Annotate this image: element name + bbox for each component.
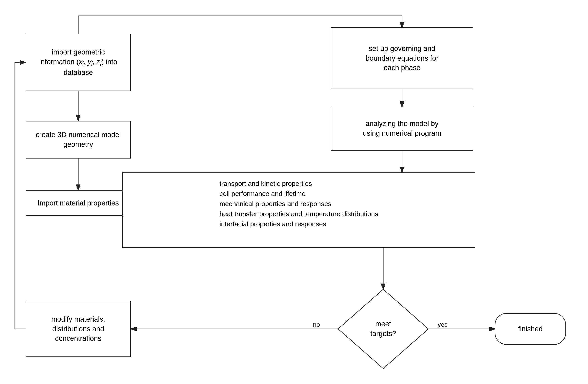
transport-box: transport and kinetic properties cell pe… bbox=[122, 172, 475, 248]
create-3d-box: create 3D numerical model geometry bbox=[26, 121, 131, 158]
import-geo-box: import geometricinformation (xi, yi, zi)… bbox=[26, 34, 131, 91]
no-label: no bbox=[313, 321, 320, 328]
import-material-box: Import material properties bbox=[26, 190, 131, 216]
create-3d-label: create 3D numerical model geometry bbox=[31, 130, 125, 149]
transport-label: transport and kinetic properties cell pe… bbox=[219, 178, 378, 229]
modify-label: modify materials,distributions andconcen… bbox=[51, 315, 105, 343]
yes-label: yes bbox=[438, 321, 448, 328]
finished-label: finished bbox=[518, 324, 543, 334]
meet-targets-diamond: meettargets? bbox=[338, 289, 429, 369]
set-up-box: set up governing andboundary equations f… bbox=[331, 27, 473, 89]
import-geo-label: import geometricinformation (xi, yi, zi)… bbox=[39, 47, 117, 78]
analyzing-box: analyzing the model byusing numerical pr… bbox=[331, 107, 473, 150]
set-up-label: set up governing andboundary equations f… bbox=[366, 44, 439, 73]
finished-box: finished bbox=[495, 313, 566, 345]
modify-box: modify materials,distributions andconcen… bbox=[26, 301, 131, 357]
flowchart: import geometricinformation (xi, yi, zi)… bbox=[0, 0, 588, 384]
analyzing-label: analyzing the model byusing numerical pr… bbox=[363, 119, 441, 138]
meet-targets-label: meettargets? bbox=[370, 319, 396, 339]
import-material-label: Import material properties bbox=[38, 198, 119, 208]
